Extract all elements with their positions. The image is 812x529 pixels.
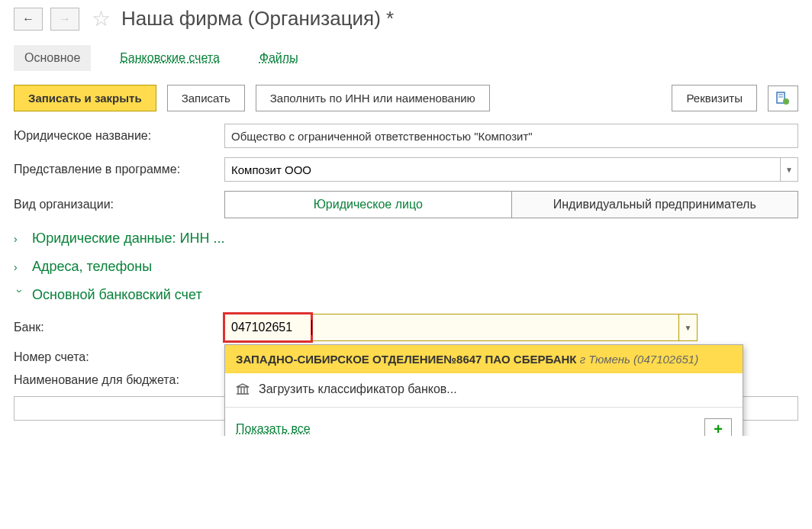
- org-type-label: Вид организации:: [14, 198, 224, 211]
- org-type-legal-button[interactable]: Юридическое лицо: [225, 192, 512, 218]
- header-row: ← → ☆ Наша фирма (Организация) *: [14, 6, 798, 31]
- legal-name-label: Юридическое название:: [14, 129, 224, 143]
- chevron-right-icon: ›: [14, 233, 26, 245]
- bank-show-all-link[interactable]: Показать все: [236, 422, 311, 436]
- bank-load-classifier[interactable]: Загрузить классификатор банков...: [225, 373, 743, 405]
- org-type-row: Вид организации: Юридическое лицо Индиви…: [14, 191, 798, 218]
- fill-by-inn-button[interactable]: Заполнить по ИНН или наименованию: [256, 85, 490, 111]
- presentation-row: Представление в программе: ▼: [14, 157, 798, 182]
- tabs-row: Основное Банковские счета Файлы: [14, 45, 798, 71]
- page-title: Наша фирма (Организация) *: [121, 7, 394, 31]
- nav-forward-button[interactable]: →: [50, 8, 79, 31]
- bank-row: Банк: ▼ ЗАПАДНО-СИБИРСКОЕ ОТДЕЛЕНИЕ№8647…: [14, 314, 798, 341]
- tab-files[interactable]: Файлы: [249, 45, 309, 71]
- bank-building-icon: [236, 383, 250, 395]
- save-close-button[interactable]: Записать и закрыть: [14, 85, 156, 111]
- favorite-star-icon[interactable]: ☆: [92, 6, 111, 31]
- tab-bank-accounts[interactable]: Банковские счета: [109, 45, 230, 71]
- bank-cursor-area[interactable]: [313, 314, 678, 340]
- presentation-input[interactable]: [224, 157, 780, 182]
- presentation-label: Представление в программе:: [14, 163, 224, 176]
- nav-back-button[interactable]: ←: [14, 8, 43, 31]
- legal-name-row: Юридическое название:: [14, 124, 798, 148]
- section-bank-account[interactable]: › Основной банковский счет: [14, 287, 798, 303]
- chevron-down-icon: ▼: [785, 166, 793, 174]
- bank-search-input[interactable]: [225, 314, 311, 340]
- section-legal-data-label: Юридические данные: ИНН ...: [32, 231, 224, 247]
- bank-add-button[interactable]: +: [704, 418, 732, 436]
- requisites-button[interactable]: Реквизиты: [672, 85, 757, 111]
- toolbar-row: Записать и закрыть Записать Заполнить по…: [14, 85, 798, 111]
- svg-point-3: [783, 98, 789, 105]
- presentation-input-wrap: ▼: [224, 157, 798, 182]
- bank-result-item[interactable]: ЗАПАДНО-СИБИРСКОЕ ОТДЕЛЕНИЕ№8647 ПАО СБЕ…: [225, 345, 743, 373]
- chevron-right-icon: ›: [14, 261, 26, 273]
- presentation-dropdown-button[interactable]: ▼: [780, 157, 798, 182]
- bank-result-city: г Тюмень: [580, 353, 630, 366]
- bank-field: ▼: [224, 314, 698, 341]
- bank-load-classifier-label: Загрузить классификатор банков...: [259, 382, 457, 396]
- account-number-label: Номер счета:: [14, 350, 224, 364]
- arrow-right-icon: →: [59, 12, 71, 26]
- section-addresses[interactable]: › Адреса, телефоны: [14, 259, 798, 275]
- svg-marker-4: [237, 384, 249, 387]
- section-legal-data[interactable]: › Юридические данные: ИНН ...: [14, 231, 798, 247]
- bank-dropdown-panel: ЗАПАДНО-СИБИРСКОЕ ОТДЕЛЕНИЕ№8647 ПАО СБЕ…: [224, 344, 743, 436]
- dropdown-divider: [225, 407, 743, 408]
- chevron-down-icon: ▼: [685, 324, 692, 332]
- bank-dropdown-button[interactable]: ▼: [678, 314, 697, 340]
- bank-input-wrap: ▼ ЗАПАДНО-СИБИРСКОЕ ОТДЕЛЕНИЕ№8647 ПАО С…: [224, 314, 798, 341]
- text-cursor-icon: [311, 320, 312, 335]
- org-type-toggle: Юридическое лицо Индивидуальный предприн…: [224, 191, 798, 218]
- bank-search-highlight: [223, 312, 313, 343]
- bank-label: Банк:: [14, 321, 224, 334]
- save-button[interactable]: Записать: [167, 85, 245, 111]
- report-icon: [775, 91, 791, 106]
- arrow-left-icon: ←: [22, 12, 34, 26]
- legal-name-input[interactable]: [224, 124, 798, 148]
- bank-result-name: ЗАПАДНО-СИБИРСКОЕ ОТДЕЛЕНИЕ№8647 ПАО СБЕ…: [236, 353, 576, 366]
- settings-icon-button[interactable]: [768, 85, 798, 111]
- tab-main[interactable]: Основное: [14, 45, 91, 71]
- budget-name-label: Наименование для бюджета:: [14, 373, 224, 387]
- section-addresses-label: Адреса, телефоны: [32, 259, 152, 275]
- section-bank-account-label: Основной банковский счет: [32, 287, 202, 303]
- bank-result-code: (047102651): [633, 353, 698, 366]
- org-type-individual-button[interactable]: Индивидуальный предприниматель: [512, 192, 798, 218]
- chevron-down-icon: ›: [14, 289, 26, 302]
- plus-icon: +: [714, 421, 723, 437]
- bank-dropdown-footer: Показать все +: [225, 409, 743, 436]
